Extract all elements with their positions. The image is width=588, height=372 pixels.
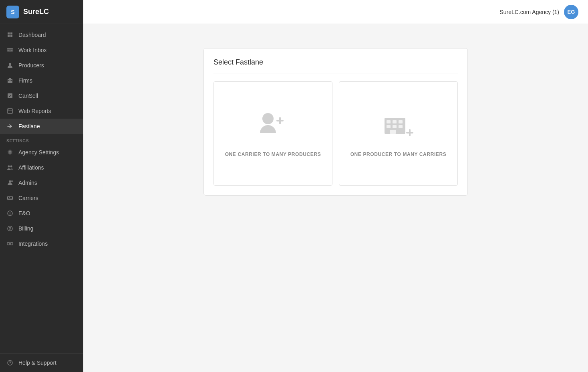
sidebar-item-label: Integrations (18, 241, 48, 247)
settings-section-label: SETTINGS (0, 134, 83, 145)
sidebar-item-billing[interactable]: Billing (0, 221, 83, 236)
sidebar-item-affiliations[interactable]: Affiliations (0, 160, 83, 175)
svg-rect-19 (11, 197, 12, 198)
svg-rect-32 (387, 120, 391, 123)
sidebar-item-label: CanSell (18, 93, 38, 99)
carriers-icon (6, 194, 14, 202)
web-reports-icon (6, 107, 14, 115)
svg-point-13 (10, 166, 12, 168)
svg-rect-36 (393, 125, 397, 128)
sidebar-nav: Dashboard Work Inbox Producers (0, 24, 83, 353)
sidebar-item-label: Firms (18, 77, 32, 84)
sidebar-item-label: Carriers (18, 195, 38, 201)
producers-icon (6, 62, 14, 69)
svg-point-27 (10, 364, 10, 364)
svg-point-15 (11, 180, 13, 182)
svg-rect-9 (8, 109, 12, 113)
sidebar-item-label: Fastlane (18, 123, 40, 129)
svg-rect-35 (387, 125, 391, 128)
sidebar-logo: S SureLC (0, 0, 83, 24)
billing-icon (6, 225, 14, 232)
agency-name: SureLC.com Agency (1) (499, 9, 559, 15)
topbar: SureLC.com Agency (1) EG (83, 0, 588, 24)
sidebar-item-label: Affiliations (18, 164, 44, 171)
svg-point-12 (8, 166, 10, 168)
sidebar-item-dashboard[interactable]: Dashboard (0, 27, 83, 42)
sidebar-item-label: Work Inbox (18, 47, 47, 53)
sidebar-item-help-support[interactable]: Help & Support (0, 355, 83, 370)
sidebar-item-label: E&O (18, 210, 30, 216)
sidebar-footer: Help & Support (0, 353, 83, 372)
fastlane-option2-label: ONE PRODUCER TO MANY CARRIERS (350, 152, 447, 157)
fastlane-option-producer-to-carriers[interactable]: ONE PRODUCER TO MANY CARRIERS (339, 81, 458, 186)
sidebar-item-admins[interactable]: Admins (0, 175, 83, 190)
sidebar-item-label: Producers (18, 62, 44, 69)
sidebar-item-producers[interactable]: Producers (0, 58, 83, 73)
sidebar-item-label: Admins (18, 180, 37, 186)
select-fastlane-card: Select Fastlane ONE CARRIER (203, 48, 468, 196)
page-content: Select Fastlane ONE CARRIER (83, 24, 588, 372)
carrier-to-producers-icon (255, 110, 291, 142)
svg-point-2 (9, 63, 11, 65)
firms-icon (6, 77, 14, 84)
fastlane-option-carrier-to-producers[interactable]: ONE CARRIER TO MANY PRODUCERS (213, 81, 332, 186)
select-fastlane-title: Select Fastlane (213, 58, 458, 73)
integrations-icon (6, 240, 14, 247)
sidebar-item-firms[interactable]: Firms (0, 73, 83, 88)
logo-icon: S (6, 6, 19, 18)
svg-rect-24 (10, 243, 13, 245)
svg-point-14 (9, 180, 11, 183)
sidebar-item-label: Web Reports (18, 108, 51, 114)
app-title: SureLC (23, 8, 49, 16)
svg-rect-1 (7, 48, 13, 49)
sidebar-item-agency-settings[interactable]: Agency Settings (0, 145, 83, 160)
sidebar-item-fastlane[interactable]: Fastlane (0, 119, 83, 134)
svg-rect-38 (390, 130, 396, 134)
sidebar-item-integrations[interactable]: Integrations (0, 236, 83, 251)
producer-to-carriers-icon (381, 110, 417, 142)
svg-rect-34 (399, 120, 403, 123)
svg-rect-5 (8, 80, 9, 81)
fastlane-icon (6, 123, 14, 130)
sidebar-item-web-reports[interactable]: Web Reports (0, 103, 83, 119)
svg-rect-6 (10, 80, 10, 81)
dashboard-icon (6, 31, 14, 38)
user-avatar[interactable]: EG (564, 5, 578, 19)
fastlane-options: ONE CARRIER TO MANY PRODUCERS (213, 81, 458, 186)
svg-rect-4 (9, 78, 11, 79)
admins-icon (6, 179, 14, 186)
svg-rect-20 (8, 198, 12, 199)
sidebar: S SureLC Dashboard Work Inbox (0, 0, 83, 372)
sidebar-item-carriers[interactable]: Carriers (0, 190, 83, 206)
sidebar-item-label: Billing (18, 225, 33, 232)
svg-rect-18 (10, 197, 11, 198)
sidebar-item-work-inbox[interactable]: Work Inbox (0, 42, 83, 58)
gear-icon (6, 149, 14, 156)
svg-rect-37 (399, 125, 403, 128)
main-content: SureLC.com Agency (1) EG Select Fastlane (83, 0, 588, 372)
svg-rect-23 (7, 243, 10, 245)
sidebar-item-label: Agency Settings (18, 149, 59, 156)
svg-rect-17 (8, 197, 9, 198)
eo-icon (6, 210, 14, 217)
svg-point-28 (262, 113, 274, 124)
fastlane-option1-label: ONE CARRIER TO MANY PRODUCERS (225, 152, 321, 157)
inbox-icon (6, 46, 14, 54)
affiliations-icon (6, 164, 14, 171)
svg-rect-33 (393, 120, 397, 123)
sidebar-item-label: Dashboard (18, 32, 46, 38)
help-icon (6, 359, 14, 366)
cansell-icon (6, 92, 14, 99)
sidebar-item-eo[interactable]: E&O (0, 206, 83, 221)
svg-rect-7 (11, 80, 12, 81)
sidebar-item-label: Help & Support (18, 360, 56, 366)
sidebar-item-cansell[interactable]: CanSell (0, 88, 83, 103)
